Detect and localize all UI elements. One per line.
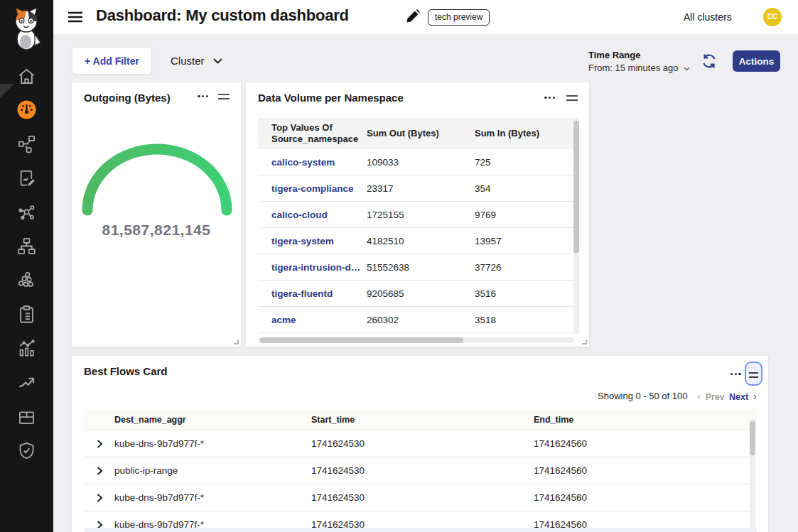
sidebar-item-statistics[interactable] xyxy=(17,339,36,358)
horizontal-scrollbar[interactable] xyxy=(258,337,573,343)
table-row: public-ip-range 1741624530 1741624560 xyxy=(85,457,757,484)
sum-out-value: 51552638 xyxy=(367,262,475,273)
add-filter-button[interactable]: + Add Filter xyxy=(72,47,152,75)
column-header: End_time xyxy=(534,415,757,425)
sum-out-value: 1725155 xyxy=(367,210,475,220)
vertical-scrollbar[interactable] xyxy=(573,118,579,335)
start-time: 1741624530 xyxy=(311,465,534,476)
sidebar xyxy=(0,0,53,532)
column-header: Dest_name_aggr xyxy=(114,415,311,425)
cluster-dropdown[interactable]: Cluster xyxy=(171,55,222,67)
gauge-value: 81,587,821,145 xyxy=(72,222,241,239)
namespace-link[interactable]: tigera-system xyxy=(271,236,367,246)
sum-in-value: 354 xyxy=(475,183,581,194)
cluster-dropdown-label: Cluster xyxy=(171,55,205,67)
column-header: Start_time xyxy=(311,415,534,425)
sidebar-item-security[interactable] xyxy=(17,441,36,460)
time-range: Time Range From: 15 minutes ago xyxy=(588,50,690,74)
sidebar-item-workloads[interactable] xyxy=(17,271,36,290)
expand-row-icon[interactable] xyxy=(95,493,104,503)
sidebar-item-policies[interactable] xyxy=(17,168,36,188)
card-menu-icon[interactable] xyxy=(195,92,211,100)
table-row: tigera-system 4182510 13957 xyxy=(258,228,573,254)
sidebar-item-endpoints[interactable] xyxy=(17,237,36,256)
pagination: Showing 0 - 50 of 100 ‹ Prev Next › xyxy=(72,391,755,403)
namespace-link[interactable]: tigera-compliance xyxy=(271,183,367,194)
namespace-link[interactable]: calico-system xyxy=(271,157,367,168)
sum-in-value: 3516 xyxy=(475,288,581,299)
expand-row-icon[interactable] xyxy=(95,466,104,476)
active-section-flag xyxy=(0,84,14,98)
table-row: kube-dns-9b7d977f-* 1741624530 174162456… xyxy=(85,484,757,511)
column-header: Sum Out (Bytes) xyxy=(367,128,475,139)
table-header-row: Top Values Of Source_namespace Sum Out (… xyxy=(258,118,573,149)
table-row: acme 260302 3518 xyxy=(258,307,573,333)
refresh-button[interactable] xyxy=(701,53,718,70)
drag-handle-icon[interactable] xyxy=(218,91,230,102)
best-flows-card: Best Flows Card Showing 0 - 50 of 100 ‹ … xyxy=(71,355,769,532)
table-row: tigera-intrusion-d… 51552638 37726 xyxy=(258,254,573,281)
time-range-value[interactable]: From: 15 minutes ago xyxy=(588,63,690,73)
sum-in-value: 3518 xyxy=(475,315,581,325)
dest-name: kube-dns-9b7d977f-* xyxy=(114,492,311,503)
sidebar-item-dashboards[interactable] xyxy=(17,100,36,119)
sidebar-item-compliance-reports[interactable] xyxy=(17,305,36,324)
trends-arrow-icon xyxy=(17,373,36,392)
end-time: 1741624560 xyxy=(534,438,757,449)
resize-handle[interactable] xyxy=(234,340,239,344)
endpoints-sitemap-icon xyxy=(17,237,36,256)
next-page-button[interactable]: Next › xyxy=(729,391,757,402)
sum-out-value: 9205685 xyxy=(367,288,475,299)
edit-dashboard-icon[interactable] xyxy=(406,9,420,26)
end-time: 1741624560 xyxy=(534,465,757,476)
sum-in-value: 13957 xyxy=(475,236,581,246)
namespace-link[interactable]: tigera-fluentd xyxy=(271,288,367,299)
start-time: 1741624530 xyxy=(311,492,534,503)
card-title: Outgoing (Bytes) xyxy=(84,92,171,104)
data-volume-card: Data Volume per Namespace Top Values Of … xyxy=(245,82,590,347)
column-header: Sum In (Bytes) xyxy=(475,128,581,139)
chevron-down-icon xyxy=(684,67,690,71)
sidebar-item-service-graph[interactable] xyxy=(17,134,36,153)
sidebar-item-home[interactable] xyxy=(17,67,36,86)
page-title: Dashboard: My custom dashboard xyxy=(96,6,349,25)
sidebar-item-flow-visualizations[interactable] xyxy=(17,202,36,222)
card-menu-icon[interactable] xyxy=(728,370,744,378)
actions-button[interactable]: Actions xyxy=(733,50,780,72)
resize-handle[interactable] xyxy=(582,340,587,344)
sum-in-value: 725 xyxy=(475,157,581,168)
drag-handle-focused[interactable] xyxy=(745,362,762,386)
all-clusters-selector[interactable]: All clusters xyxy=(684,11,732,23)
card-menu-icon[interactable] xyxy=(541,94,558,102)
menu-icon[interactable] xyxy=(68,11,83,26)
table-header-row: Dest_name_aggr Start_time End_time xyxy=(85,409,757,430)
namespace-link[interactable]: acme xyxy=(271,315,367,325)
outgoing-bytes-card: Outgoing (Bytes) 81,587,821,145 xyxy=(71,82,242,347)
compliance-clipboard-icon xyxy=(17,305,36,324)
package-box-icon xyxy=(17,407,36,426)
chevron-down-icon xyxy=(213,58,222,64)
sidebar-item-packages[interactable] xyxy=(17,407,36,426)
horizontal-scrollbar[interactable] xyxy=(85,528,757,532)
sidebar-item-trends[interactable] xyxy=(17,373,36,392)
start-time: 1741624530 xyxy=(311,438,534,449)
namespace-link[interactable]: calico-cloud xyxy=(271,210,367,220)
tech-preview-badge: tech preview xyxy=(428,9,490,26)
refresh-icon xyxy=(701,53,718,70)
calico-cat-logo[interactable] xyxy=(8,6,45,51)
drag-handle-icon[interactable] xyxy=(566,92,578,104)
sum-out-value: 109033 xyxy=(367,157,475,168)
avatar[interactable]: CC xyxy=(763,8,782,26)
namespace-link[interactable]: tigera-intrusion-d… xyxy=(271,262,367,273)
sum-out-value: 23317 xyxy=(367,183,475,194)
card-title: Data Volume per Namespace xyxy=(258,92,404,104)
expand-row-icon[interactable] xyxy=(95,439,104,449)
statistics-chart-icon xyxy=(17,339,36,358)
sum-in-value: 37726 xyxy=(475,262,581,273)
prev-page-button[interactable]: ‹ Prev xyxy=(697,391,725,402)
top-header: Dashboard: My custom dashboard tech prev… xyxy=(53,0,798,34)
sum-out-value: 4182510 xyxy=(367,236,475,246)
service-graph-icon xyxy=(17,134,36,153)
namespace-table: Top Values Of Source_namespace Sum Out (… xyxy=(258,118,579,333)
vertical-scrollbar[interactable] xyxy=(750,418,755,532)
